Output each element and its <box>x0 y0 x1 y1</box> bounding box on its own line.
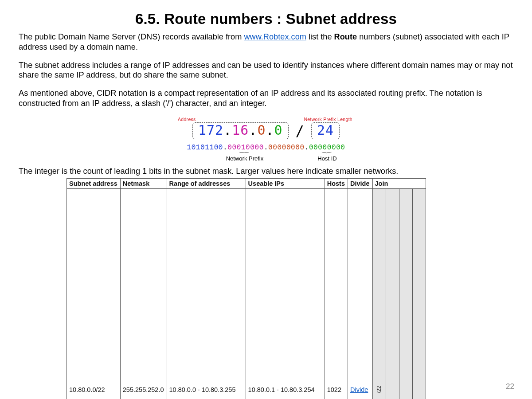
octet-2: 0 <box>257 122 266 138</box>
join-21[interactable]: /21 <box>386 189 399 399</box>
bin-2: 00000000 <box>268 144 305 152</box>
cell-range: 10.80.0.0 - 10.80.3.255 <box>167 189 246 399</box>
route-bold: Route <box>334 32 357 41</box>
col-range: Range of addresses <box>167 179 246 189</box>
bin-0: 10101100 <box>187 144 223 152</box>
address-caption: Address <box>178 117 196 122</box>
intro-paragraph-3: As mentioned above, CIDR notation is a c… <box>19 88 513 109</box>
col-subnet: Subnet address <box>67 179 121 189</box>
join-label: /21 <box>388 391 396 399</box>
table-row: 10.80.0.0/22 255.255.252.0 10.80.0.0 - 1… <box>67 189 426 399</box>
octet-0: 172 <box>198 122 223 138</box>
join-22[interactable]: /22 <box>372 189 386 399</box>
cell-subnet: 10.80.0.0/22 <box>67 189 121 399</box>
intro-paragraph-1: The public Domain Name Server (DNS) reco… <box>19 32 513 52</box>
cell-hosts: 1022 <box>325 189 348 399</box>
cidr-diagram: Address Network Prefix Length 172.16.0.0… <box>175 117 357 162</box>
col-hosts: Hosts <box>325 179 348 189</box>
robtex-link[interactable]: www.Robtex.com <box>244 32 306 41</box>
subnet-table: Subnet address Netmask Range of addresse… <box>66 178 426 399</box>
slash: / <box>296 122 304 139</box>
join-19[interactable]: /19 <box>412 189 426 399</box>
divide-link[interactable]: Divide <box>350 386 368 393</box>
col-divide: Divide <box>348 179 373 189</box>
join-label: /22 <box>375 190 383 399</box>
table-header-row: Subnet address Netmask Range of addresse… <box>67 179 426 189</box>
col-join: Join <box>372 179 426 189</box>
join-20[interactable]: /20 <box>399 189 412 399</box>
brace-row: ︸ ︸ <box>175 151 357 156</box>
col-netmask: Netmask <box>120 179 167 189</box>
octet-1: 16 <box>232 122 249 138</box>
leading-bits-paragraph: The integer is the count of leading 1 bi… <box>19 166 513 176</box>
octet-3: 0 <box>274 122 283 138</box>
text: list the <box>306 32 334 41</box>
prefix-box: 24 <box>311 122 340 139</box>
address-box: 172.16.0.0 <box>192 122 289 139</box>
page-number: 22 <box>506 382 514 391</box>
slide: 6.5. Route numbers : Subnet address The … <box>0 0 532 399</box>
text: The public Domain Name Server (DNS) reco… <box>19 32 244 41</box>
cell-divide[interactable]: Divide <box>348 189 373 399</box>
cell-useable: 10.80.0.1 - 10.80.3.254 <box>246 189 325 399</box>
prefix-caption: Network Prefix Length <box>304 117 352 122</box>
subnet-table-wrap: Subnet address Netmask Range of addresse… <box>66 178 466 399</box>
intro-paragraph-2: The subnet address includes a range of I… <box>19 60 513 81</box>
prefix-value: 24 <box>317 122 334 138</box>
page-title: 6.5. Route numbers : Subnet address <box>19 11 513 27</box>
col-useable: Useable IPs <box>246 179 325 189</box>
cell-netmask: 255.255.252.0 <box>120 189 167 399</box>
